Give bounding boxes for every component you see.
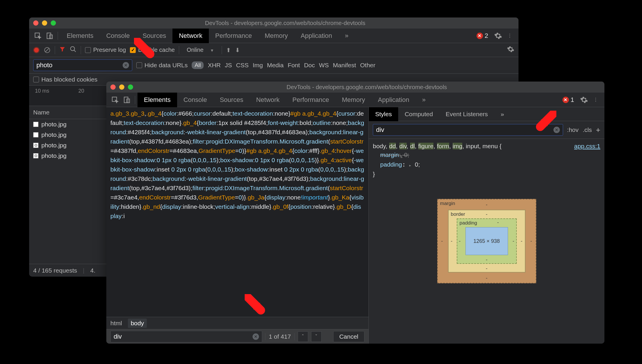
file-name: photo.jpg [41, 121, 66, 128]
device-toggle-icon[interactable] [44, 30, 55, 42]
tabs-overflow-icon[interactable]: » [416, 93, 432, 107]
upload-icon[interactable]: ⬆ [226, 47, 231, 54]
filter-doc[interactable]: Doc [304, 62, 315, 69]
box-model[interactable]: margin - - - - border - - - - padding - [437, 199, 536, 283]
device-toggle-icon[interactable] [121, 94, 133, 106]
filter-input[interactable]: ✕ [33, 59, 132, 71]
zoom-icon[interactable] [128, 84, 133, 90]
tab-console[interactable]: Console [177, 93, 214, 107]
prop-padding[interactable]: padding [380, 161, 402, 168]
tabs-overflow-icon[interactable]: » [338, 29, 355, 43]
tab-memory[interactable]: Memory [258, 29, 294, 43]
download-icon[interactable]: ⬇ [235, 47, 240, 54]
zoom-icon[interactable] [51, 20, 56, 26]
css-source[interactable]: a.gb_3.gb_3,.gb_4{color:#666;cursor:defa… [106, 107, 368, 317]
filter-css[interactable]: CSS [236, 62, 248, 69]
image-file-icon [33, 132, 38, 137]
filter-manifest[interactable]: Manifest [333, 62, 356, 69]
tab-elements[interactable]: Elements [60, 29, 100, 43]
search-prev-icon[interactable]: ˆ [298, 331, 308, 342]
file-name: photo.jpg [41, 131, 66, 138]
filter-text[interactable] [36, 61, 123, 69]
tab-application[interactable]: Application [371, 93, 416, 107]
minimize-icon[interactable] [119, 84, 124, 90]
val-padding[interactable]: 0; [415, 161, 420, 168]
timeline-tick-0: 10 ms [35, 88, 49, 94]
traffic-lights [110, 84, 133, 90]
styles-filter-input[interactable]: ✕ [373, 124, 563, 136]
filter-xhr[interactable]: XHR [208, 62, 221, 69]
svg-line-6 [74, 50, 76, 52]
error-count: 1 [571, 96, 574, 104]
rule-selector: body, dd, div, dl, figure, form, img, in… [373, 143, 502, 149]
filter-media[interactable]: Media [267, 62, 283, 69]
val-margin[interactable]: 0; [404, 151, 409, 158]
filter-icon[interactable] [59, 46, 66, 54]
more-icon[interactable]: ⋮ [590, 94, 602, 106]
more-icon[interactable]: ⋮ [504, 30, 516, 42]
settings-icon[interactable] [492, 30, 504, 42]
filter-all[interactable]: All [192, 61, 204, 69]
css-rule[interactable]: app.css:1 body, dd, div, dl, figure, for… [369, 139, 604, 181]
filter-img[interactable]: Img [253, 62, 263, 69]
preserve-log-checkbox[interactable]: Preserve log [85, 47, 126, 53]
source-panel: a.gb_3.gb_3,.gb_4{color:#666;cursor:defa… [106, 107, 368, 344]
network-toolbar: Preserve log ✓Disable cache Online ▼ ⬆ ⬇ [29, 43, 518, 57]
tab-performance[interactable]: Performance [286, 93, 336, 107]
filter-font[interactable]: Font [288, 62, 300, 69]
tab-event-listeners[interactable]: Event Listeners [439, 107, 494, 121]
filter-other[interactable]: Other [360, 62, 375, 69]
svg-rect-8 [124, 97, 128, 103]
close-icon[interactable] [110, 84, 116, 90]
tab-memory[interactable]: Memory [336, 93, 371, 107]
cancel-button[interactable]: Cancel [333, 331, 364, 342]
settings-icon[interactable] [578, 94, 590, 106]
clear-filter-icon[interactable]: ✕ [123, 62, 129, 68]
search-input[interactable]: ✕ [110, 331, 262, 342]
filter-ws[interactable]: WS [319, 62, 329, 69]
tab-network[interactable]: Network [172, 29, 209, 43]
source-link[interactable]: app.css:1 [574, 142, 600, 151]
filter-bar: ✕ Hide data URLs All XHR JS CSS Img Medi… [29, 57, 518, 74]
svg-rect-1 [47, 33, 51, 39]
error-badge[interactable]: ✕1 [562, 96, 574, 104]
record-icon[interactable] [33, 47, 40, 53]
dom-breadcrumb[interactable]: html body [106, 317, 368, 329]
blocked-cookies-checkbox[interactable]: Has blocked cookies [33, 76, 98, 83]
crumb-body[interactable]: body [128, 319, 147, 328]
error-badge[interactable]: ✕2 [477, 32, 488, 40]
tab-elements[interactable]: Elements [137, 93, 177, 107]
styles-tabs-overflow-icon[interactable]: » [494, 107, 511, 121]
add-rule-icon[interactable]: + [596, 126, 600, 135]
tab-sources[interactable]: Sources [213, 93, 250, 107]
clear-search-icon[interactable]: ✕ [253, 333, 259, 340]
tab-console[interactable]: Console [100, 29, 136, 43]
inspect-icon[interactable] [109, 94, 121, 106]
styles-filter-text[interactable] [376, 126, 553, 134]
throttle-select[interactable]: Online ▼ [183, 45, 218, 55]
tab-application[interactable]: Application [294, 29, 338, 43]
hide-data-urls-checkbox[interactable]: Hide data URLs [136, 62, 188, 69]
crumb-html[interactable]: html [110, 320, 122, 327]
search-next-icon[interactable]: ˇ [311, 331, 322, 342]
inspect-icon[interactable] [32, 30, 44, 42]
cls-toggle[interactable]: .cls [583, 126, 592, 133]
search-icon[interactable] [70, 46, 77, 54]
image-file-icon [33, 122, 38, 127]
styles-filter-bar: ✕ :hov .cls + [369, 121, 604, 139]
titlebar: DevTools - developers.google.com/web/too… [106, 82, 604, 93]
close-icon[interactable] [33, 20, 38, 26]
prop-margin[interactable]: margin [380, 151, 399, 158]
tab-network[interactable]: Network [250, 93, 286, 107]
hov-toggle[interactable]: :hov [567, 126, 579, 133]
tab-computed[interactable]: Computed [398, 107, 439, 121]
clear-icon[interactable] [44, 47, 51, 54]
tab-performance[interactable]: Performance [209, 29, 258, 43]
minimize-icon[interactable] [42, 20, 47, 26]
svg-point-5 [70, 47, 75, 51]
search-text[interactable] [114, 333, 253, 340]
filter-js[interactable]: JS [225, 62, 232, 69]
window-title: DevTools - developers.google.com/web/too… [133, 84, 600, 91]
network-settings-icon[interactable] [507, 45, 514, 54]
tab-styles[interactable]: Styles [369, 107, 398, 121]
